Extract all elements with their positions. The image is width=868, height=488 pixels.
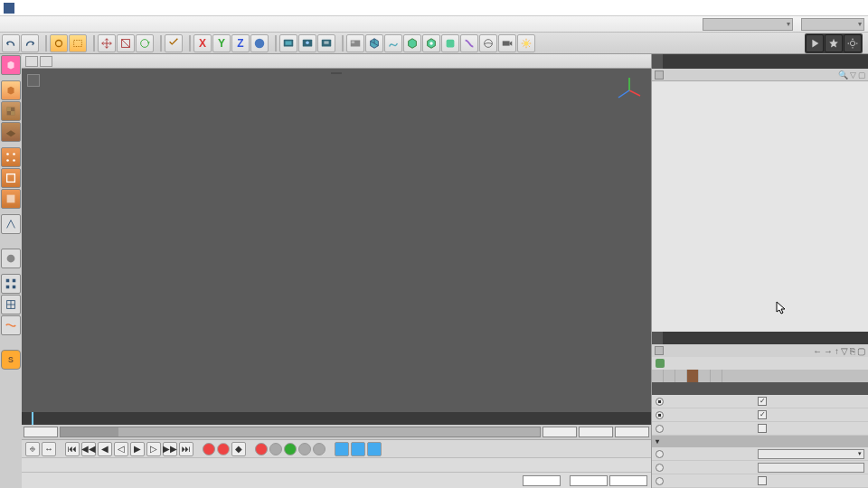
bevel-shape-dropdown[interactable] bbox=[758, 449, 864, 459]
next-key-icon[interactable]: ▶▶ bbox=[163, 442, 177, 456]
bevel-size-input[interactable] bbox=[758, 463, 864, 473]
polygons-mode-icon[interactable] bbox=[1, 189, 21, 209]
scale-tool-icon[interactable] bbox=[117, 34, 135, 52]
end-cap-radio-icon[interactable] bbox=[656, 411, 664, 419]
attr-toggle-icon[interactable] bbox=[655, 346, 664, 355]
model-mode-icon[interactable] bbox=[1, 80, 21, 100]
minimize-button[interactable] bbox=[783, 0, 810, 15]
rect-select-icon[interactable] bbox=[69, 34, 87, 52]
viewport-canvas[interactable] bbox=[22, 69, 651, 412]
play-fwd-icon[interactable]: ▶ bbox=[130, 442, 145, 456]
guides-icon[interactable] bbox=[1, 315, 21, 335]
rt-star-icon[interactable] bbox=[825, 34, 843, 52]
tab-coord[interactable] bbox=[664, 370, 675, 382]
layout-dropdown[interactable] bbox=[801, 18, 864, 31]
attr-filter-icon[interactable]: ▽ bbox=[841, 346, 848, 356]
prev-key-icon[interactable]: ◀◀ bbox=[81, 442, 96, 456]
takes-tab[interactable] bbox=[663, 54, 674, 69]
start-cap-radio-icon[interactable] bbox=[656, 398, 664, 406]
tab-basic[interactable] bbox=[652, 370, 664, 382]
key-interp2-icon[interactable] bbox=[351, 442, 365, 456]
coord-x-pos[interactable] bbox=[523, 475, 561, 486]
attr-up-icon[interactable]: ↑ bbox=[835, 346, 839, 356]
workplane-snap-icon[interactable] bbox=[1, 295, 21, 314]
x-axis-icon[interactable]: X bbox=[193, 34, 212, 52]
close-button[interactable] bbox=[837, 0, 864, 15]
obj-search-icon[interactable]: 🔍 bbox=[838, 70, 848, 80]
move-tool-icon[interactable] bbox=[98, 34, 116, 52]
obj-filter-icon[interactable]: ▽ bbox=[850, 70, 856, 80]
coord-h-rot[interactable] bbox=[609, 475, 647, 486]
ext-shape-checkbox[interactable] bbox=[758, 476, 767, 485]
z-axis-icon[interactable]: Z bbox=[231, 34, 250, 52]
tab-phong[interactable] bbox=[711, 370, 722, 382]
make-editable-icon[interactable] bbox=[1, 55, 21, 75]
render-pv-icon[interactable] bbox=[298, 34, 316, 52]
deformer-icon[interactable] bbox=[460, 34, 478, 52]
end-frame2-field[interactable] bbox=[615, 427, 649, 437]
key-interp3-icon[interactable] bbox=[367, 442, 382, 456]
nav-gizmo[interactable] bbox=[613, 74, 646, 107]
obj-toggle-icon[interactable] bbox=[655, 70, 664, 80]
rt-play-icon[interactable] bbox=[806, 34, 824, 52]
generator-icon[interactable] bbox=[403, 34, 421, 52]
go-end-icon[interactable]: ⏭ bbox=[179, 442, 193, 456]
bevel-shape-radio-icon[interactable] bbox=[656, 450, 664, 458]
viewport-solo-icon[interactable] bbox=[1, 249, 21, 268]
nodespace-dropdown[interactable] bbox=[703, 18, 793, 31]
edges-mode-icon[interactable] bbox=[1, 168, 21, 188]
render-settings-icon[interactable] bbox=[317, 34, 335, 52]
snap-icon[interactable] bbox=[1, 274, 21, 294]
ext-shape-radio-icon[interactable] bbox=[656, 477, 664, 485]
timeline-q-icon[interactable]: ⎆ bbox=[25, 442, 40, 456]
cube-primitive-icon[interactable] bbox=[365, 34, 383, 52]
light-icon[interactable] bbox=[517, 34, 535, 52]
live-select-icon[interactable] bbox=[50, 34, 68, 52]
timeline-stretch-icon[interactable]: ↔ bbox=[42, 442, 56, 456]
start-frame2-field[interactable] bbox=[579, 427, 613, 437]
points-mode-icon[interactable] bbox=[1, 147, 21, 167]
attr-back-icon[interactable]: ← bbox=[813, 346, 822, 356]
object-tree[interactable] bbox=[652, 81, 868, 190]
play-back-icon[interactable]: ◁ bbox=[114, 442, 128, 456]
field-icon[interactable] bbox=[441, 34, 459, 52]
mat-tiny-icon[interactable] bbox=[25, 461, 36, 470]
rt-gear-icon[interactable] bbox=[844, 34, 862, 52]
coord-sys-icon[interactable] bbox=[250, 34, 269, 52]
generator2-icon[interactable] bbox=[422, 34, 440, 52]
tab-caps[interactable] bbox=[687, 370, 699, 382]
autokey-icon[interactable] bbox=[217, 443, 230, 455]
sep-bevel-checkbox[interactable] bbox=[758, 424, 767, 433]
sep-bevel-radio-icon[interactable] bbox=[656, 425, 664, 433]
spline-primitive-icon[interactable] bbox=[384, 34, 402, 52]
tab-object[interactable] bbox=[675, 370, 687, 382]
key-pla-icon[interactable] bbox=[313, 443, 326, 455]
obj-pane-icon[interactable]: ▢ bbox=[858, 70, 866, 80]
history-tool-icon[interactable] bbox=[165, 34, 183, 52]
texture-mode-icon[interactable] bbox=[1, 101, 21, 121]
render-view-icon[interactable] bbox=[279, 34, 297, 52]
record-icon[interactable] bbox=[203, 443, 215, 455]
key-rot-icon[interactable] bbox=[284, 443, 297, 455]
axis-enable-icon[interactable] bbox=[1, 214, 21, 234]
start-cap-checkbox[interactable]: ✓ bbox=[758, 397, 767, 406]
key-pos-icon[interactable] bbox=[255, 443, 268, 455]
go-start-icon[interactable]: ⏮ bbox=[65, 442, 80, 456]
start-frame-field[interactable] bbox=[24, 427, 58, 437]
objects-tab[interactable] bbox=[652, 54, 663, 69]
layers-tab[interactable] bbox=[663, 332, 674, 344]
step-fwd-icon[interactable]: ▷ bbox=[146, 442, 161, 456]
timeline-scrubber[interactable] bbox=[60, 427, 541, 437]
coord-x-size[interactable] bbox=[570, 475, 608, 486]
key-param-icon[interactable] bbox=[298, 443, 311, 455]
key-interp1-icon[interactable] bbox=[335, 442, 349, 456]
keyframe-sel-icon[interactable]: ◆ bbox=[231, 442, 246, 456]
vp-pan-icon[interactable] bbox=[25, 56, 38, 67]
attr-lock-icon[interactable]: ⎘ bbox=[850, 346, 855, 356]
end-frame-field[interactable] bbox=[542, 427, 577, 437]
attr-pane-icon[interactable]: ▢ bbox=[857, 346, 865, 356]
tab-selections[interactable] bbox=[699, 370, 711, 382]
workplane-icon[interactable] bbox=[1, 122, 21, 142]
key-scale-icon[interactable] bbox=[269, 443, 282, 455]
y-axis-icon[interactable]: Y bbox=[212, 34, 231, 52]
